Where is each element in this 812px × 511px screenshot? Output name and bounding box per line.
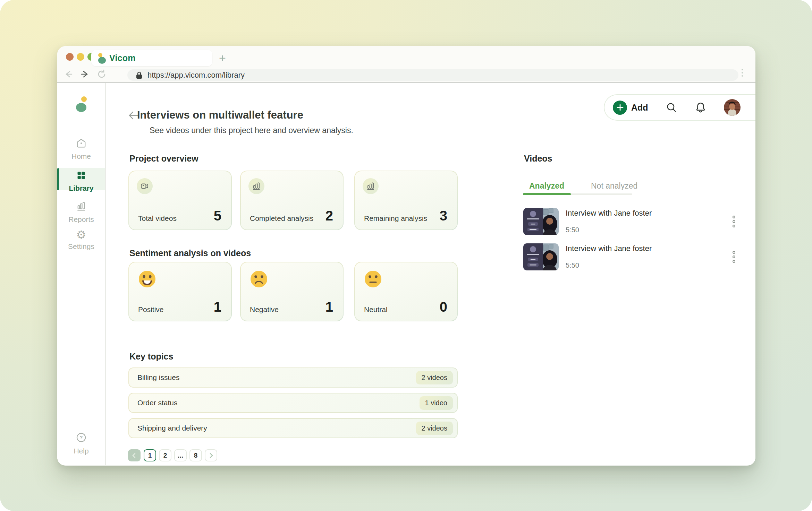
- sidebar-item-label: Settings: [57, 242, 105, 251]
- topic-row[interactable]: Order status 1 video: [128, 393, 458, 413]
- frowning-face-emoji: [250, 270, 268, 288]
- stat-value: 5: [214, 209, 221, 223]
- window-minimize-button[interactable]: [77, 53, 84, 61]
- stat-value: 2: [325, 209, 333, 223]
- sentiment-label: Positive: [138, 305, 164, 314]
- reload-icon[interactable]: [96, 69, 107, 80]
- sidebar-item-help[interactable]: ? Help: [57, 432, 105, 455]
- sentiment-value: 1: [214, 300, 221, 314]
- settings-gear-icon: ⚙: [76, 228, 86, 241]
- section-heading-sentiment: Sentiment analysis on videos: [129, 248, 251, 258]
- home-icon: [76, 138, 86, 148]
- sidebar-item-label: Home: [57, 152, 105, 161]
- url-text: https://app.vicom.com/library: [147, 71, 245, 80]
- sentiment-card-negative: Negative 1: [240, 262, 344, 321]
- desktop-background: Vicom + https://app.vicom: [0, 0, 812, 511]
- bell-icon[interactable]: [695, 102, 707, 113]
- topic-label: Shipping and delivery: [137, 424, 207, 432]
- sidebar-item-label: Help: [57, 447, 105, 455]
- video-options-kebab-icon[interactable]: [733, 216, 735, 227]
- app-content: Home Library: [57, 83, 755, 465]
- section-heading-key-topics: Key topics: [129, 352, 173, 362]
- browser-chrome: Vicom + https://app.vicom: [57, 46, 755, 83]
- browser-menu-icon[interactable]: [742, 69, 743, 77]
- video-options-kebab-icon[interactable]: [733, 251, 735, 263]
- stat-value: 3: [440, 209, 447, 223]
- video-thumbnail[interactable]: [523, 243, 559, 270]
- help-circle-icon: ?: [76, 432, 87, 443]
- stat-card-total-videos: Total videos 5: [128, 171, 232, 230]
- topic-count-badge: 1 video: [420, 396, 453, 410]
- tabs-underline-active: [523, 193, 571, 195]
- stat-label: Remaining analysis: [364, 214, 427, 223]
- pagination-page-2[interactable]: 2: [159, 449, 171, 461]
- sentiment-label: Negative: [250, 305, 279, 314]
- sentiment-value: 0: [440, 300, 447, 314]
- topic-label: Billing issues: [137, 373, 179, 382]
- sidebar-item-home[interactable]: Home: [57, 138, 105, 161]
- pagination-prev-button[interactable]: [128, 449, 141, 461]
- sidebar-item-reports[interactable]: Reports: [57, 201, 105, 224]
- sidebar-item-label: Reports: [57, 215, 105, 224]
- browser-navbar: https://app.vicom.com/library: [57, 66, 755, 83]
- pagination-page-1[interactable]: 1: [144, 449, 156, 461]
- header-actions: Add: [604, 94, 755, 121]
- search-icon[interactable]: [666, 102, 677, 113]
- video-duration: 5:50: [566, 226, 579, 234]
- neutral-face-emoji: [364, 270, 382, 288]
- topic-count-badge: 2 videos: [416, 422, 453, 435]
- sentiment-label: Neutral: [364, 305, 388, 314]
- bar-chart-icon: [363, 178, 379, 194]
- url-bar[interactable]: https://app.vicom.com/library: [127, 69, 738, 81]
- vicom-favicon: [96, 52, 108, 64]
- chevron-left-icon: [132, 453, 137, 458]
- tab-title: Vicom: [109, 53, 136, 63]
- page-subtitle: See videos under this project here and o…: [150, 126, 353, 135]
- topic-label: Order status: [137, 399, 178, 407]
- vicom-logo: [73, 95, 91, 114]
- video-camera-icon: [137, 178, 153, 194]
- section-heading-videos: Videos: [524, 154, 552, 164]
- stat-label: Total videos: [138, 214, 177, 223]
- add-button-label: Add: [631, 103, 648, 113]
- grinning-face-emoji: [138, 270, 156, 288]
- bar-chart-icon: [248, 178, 264, 194]
- lock-icon: [136, 71, 143, 79]
- pagination-ellipsis[interactable]: ...: [174, 449, 187, 461]
- tab-not-analyzed[interactable]: Not analyzed: [591, 181, 637, 191]
- user-avatar[interactable]: [724, 99, 741, 116]
- video-thumbnail[interactable]: [523, 208, 559, 235]
- sentiment-card-neutral: Neutral 0: [354, 262, 458, 321]
- browser-tab[interactable]: Vicom: [91, 50, 212, 66]
- stat-label: Completed analysis: [250, 214, 313, 223]
- topic-row[interactable]: Billing issues 2 videos: [128, 367, 458, 388]
- pagination-next-button[interactable]: [205, 449, 217, 461]
- stat-card-remaining-analysis: Remaining analysis 3: [354, 171, 458, 230]
- reports-bar-chart-icon: [76, 201, 86, 211]
- chevron-right-icon: [208, 453, 214, 458]
- stat-card-completed-analysis: Completed analysis 2: [240, 171, 344, 230]
- sidebar-item-library[interactable]: Library: [57, 171, 105, 192]
- svg-text:?: ?: [80, 435, 83, 440]
- tab-analyzed[interactable]: Analyzed: [529, 181, 564, 191]
- plus-icon: [613, 101, 627, 115]
- sidebar-item-label: Library: [57, 184, 105, 192]
- window-close-button[interactable]: [66, 53, 74, 61]
- new-tab-button[interactable]: +: [216, 52, 229, 64]
- topic-count-badge: 2 videos: [416, 371, 453, 384]
- video-title[interactable]: Interview with Jane foster: [566, 244, 652, 253]
- sidebar: Home Library: [57, 83, 106, 465]
- video-title[interactable]: Interview with Jane foster: [566, 209, 652, 218]
- page-title: Interviews on multiwallet feature: [137, 109, 303, 121]
- sentiment-card-positive: Positive 1: [128, 262, 232, 321]
- add-button[interactable]: Add: [613, 101, 648, 115]
- sidebar-item-settings[interactable]: ⚙ Settings: [57, 229, 105, 251]
- video-duration: 5:50: [566, 261, 579, 269]
- sentiment-value: 1: [325, 300, 333, 314]
- pagination-page-8[interactable]: 8: [189, 449, 202, 461]
- topic-row[interactable]: Shipping and delivery 2 videos: [128, 418, 458, 438]
- browser-window: Vicom + https://app.vicom: [57, 46, 755, 466]
- forward-nav-icon[interactable]: [79, 69, 91, 80]
- section-heading-overview: Project overview: [129, 154, 198, 164]
- back-nav-icon[interactable]: [63, 69, 74, 80]
